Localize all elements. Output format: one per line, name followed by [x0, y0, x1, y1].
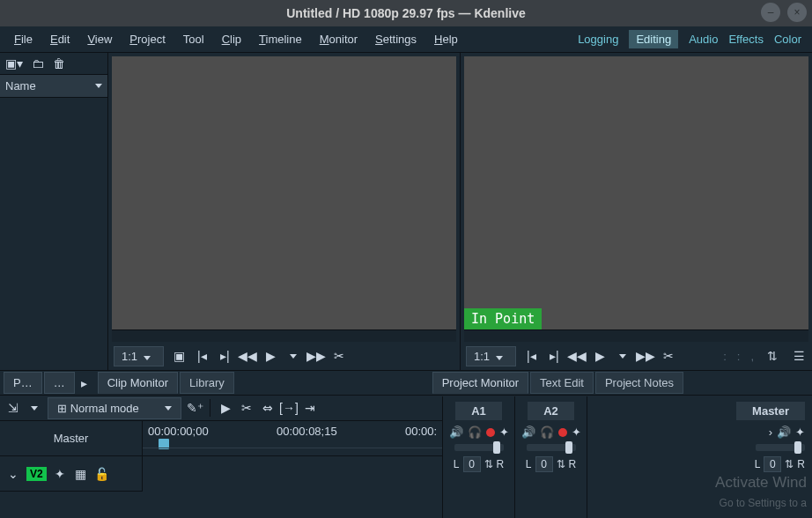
- rewind-icon[interactable]: ◀◀: [240, 348, 255, 364]
- speaker-icon[interactable]: 🔊: [521, 426, 535, 439]
- master-slider[interactable]: [756, 444, 805, 451]
- tab-p[interactable]: P…: [4, 372, 42, 394]
- a1-slider[interactable]: [454, 444, 504, 451]
- stepper-icon[interactable]: ⇅: [557, 458, 565, 470]
- menu-file[interactable]: File: [5, 29, 41, 49]
- layout-effects[interactable]: Effects: [728, 33, 764, 46]
- in-point-icon[interactable]: |◂: [523, 348, 539, 364]
- speaker-icon[interactable]: 🔊: [777, 426, 791, 439]
- tab-project-notes[interactable]: Project Notes: [595, 372, 683, 394]
- dropdown-icon[interactable]: [26, 400, 42, 416]
- record-icon[interactable]: [558, 428, 567, 437]
- edit-mode-select[interactable]: ⊞ Normal mode: [48, 397, 181, 419]
- cursor-icon[interactable]: ▶: [218, 400, 233, 416]
- project-monitor-view[interactable]: In Point: [464, 56, 808, 329]
- menu-icon[interactable]: ☰: [791, 348, 807, 364]
- project-monitor-controls: 1:1 |◂ ▸| ◀◀ ▶ ▶▶ ✂ : : , ⇅ ☰: [461, 342, 812, 370]
- rewind-icon[interactable]: ◀◀: [569, 348, 585, 364]
- bin-header[interactable]: Name: [0, 75, 107, 98]
- out-point-icon[interactable]: ▸|: [546, 348, 562, 364]
- a1-pan-input[interactable]: [463, 456, 481, 472]
- play-icon[interactable]: ▶: [262, 348, 278, 364]
- fx-icon[interactable]: ✦: [795, 426, 805, 439]
- add-clip-icon[interactable]: ▣▾: [5, 56, 23, 70]
- overwrite-icon[interactable]: ⇥: [302, 400, 318, 416]
- headphone-icon[interactable]: 🎧: [468, 426, 482, 439]
- insert-icon[interactable]: [→]: [281, 400, 297, 416]
- channel-a1-label: A1: [455, 402, 502, 420]
- track-compositing-icon[interactable]: ⇲: [5, 400, 21, 416]
- menu-edit[interactable]: Edit: [41, 29, 78, 49]
- trash-icon[interactable]: 🗑: [53, 56, 65, 70]
- layout-editing[interactable]: Editing: [629, 30, 678, 48]
- menubar: File Edit View Project Tool Clip Timelin…: [0, 26, 812, 53]
- close-button[interactable]: ×: [787, 3, 807, 22]
- timecode-0: 00:00:00;00: [148, 425, 209, 438]
- menu-timeline[interactable]: Timeline: [250, 29, 311, 49]
- track-headers: Master ⌄ V2 ✦ ▦ 🔓: [0, 421, 143, 492]
- razor-icon[interactable]: ✂: [239, 400, 255, 416]
- master-pan-input[interactable]: [764, 456, 781, 472]
- fx-icon[interactable]: ✦: [572, 426, 581, 439]
- crop-icon[interactable]: ✂: [331, 348, 347, 364]
- timecode-1: 00:00:08;15: [277, 425, 337, 438]
- in-point-icon[interactable]: |◂: [194, 348, 210, 364]
- clip-monitor-view[interactable]: [112, 56, 456, 329]
- forward-icon[interactable]: ▶▶: [638, 348, 653, 364]
- dropdown-icon[interactable]: [285, 348, 301, 364]
- layout-logging[interactable]: Logging: [578, 33, 618, 46]
- menu-monitor[interactable]: Monitor: [311, 29, 366, 49]
- record-icon[interactable]: [486, 428, 495, 437]
- stepper-icon[interactable]: ⇅: [785, 458, 794, 470]
- bin-body[interactable]: [0, 98, 107, 370]
- tab-text-edit[interactable]: Text Edit: [530, 372, 594, 394]
- folder-icon[interactable]: 🗀: [32, 56, 44, 70]
- menu-view[interactable]: View: [78, 29, 121, 49]
- speaker-icon[interactable]: 🔊: [449, 426, 463, 439]
- minimize-button[interactable]: –: [761, 3, 780, 22]
- headphone-icon[interactable]: 🎧: [540, 426, 554, 439]
- tab-next-icon[interactable]: ▸: [77, 375, 92, 391]
- channel-a1: A1 🔊 🎧 ✦ L ⇅ R: [443, 396, 515, 518]
- menu-clip[interactable]: Clip: [213, 29, 250, 49]
- hide-icon[interactable]: ▦: [73, 466, 89, 482]
- a2-slider[interactable]: [527, 444, 576, 451]
- tools-icon[interactable]: ✎⁺: [187, 400, 203, 416]
- tab-more[interactable]: …: [44, 372, 75, 394]
- stepper-icon[interactable]: ⇅: [764, 348, 780, 364]
- full-frame-icon[interactable]: ▣: [171, 348, 187, 364]
- tc-colon1: :: [723, 350, 727, 363]
- dropdown-icon[interactable]: [615, 348, 631, 364]
- spacer-icon[interactable]: ⇔: [260, 400, 276, 416]
- channel-a2-label: A2: [528, 402, 574, 420]
- layout-color[interactable]: Color: [774, 33, 801, 46]
- fx-icon[interactable]: ✦: [499, 426, 509, 439]
- layout-audio[interactable]: Audio: [689, 33, 718, 46]
- forward-icon[interactable]: ▶▶: [308, 348, 324, 364]
- master-track-header[interactable]: Master: [0, 421, 142, 456]
- tab-project-monitor[interactable]: Project Monitor: [432, 372, 528, 394]
- v2-track-header[interactable]: ⌄ V2 ✦ ▦ 🔓: [0, 456, 142, 492]
- lock-icon[interactable]: 🔓: [94, 466, 110, 482]
- a2-pan-input[interactable]: [535, 456, 553, 472]
- menu-help[interactable]: Help: [425, 29, 467, 49]
- effects-icon[interactable]: ✦: [52, 466, 68, 482]
- proj-zoom-select[interactable]: 1:1: [466, 346, 516, 366]
- out-point-icon[interactable]: ▸|: [217, 348, 233, 364]
- stepper-icon[interactable]: ⇅: [484, 458, 493, 470]
- menu-settings[interactable]: Settings: [366, 29, 425, 49]
- menu-project[interactable]: Project: [121, 29, 173, 49]
- r-label: R: [797, 458, 805, 470]
- tc-colon2: :: [737, 350, 741, 363]
- menu-tool[interactable]: Tool: [174, 29, 213, 49]
- project-monitor-ruler[interactable]: [464, 329, 808, 342]
- tc-comma: ,: [750, 350, 754, 363]
- audio-mixer: A1 🔊 🎧 ✦ L ⇅ R A2 🔊 🎧 ✦ L ⇅ R: [442, 396, 812, 518]
- crop-icon[interactable]: ✂: [661, 348, 676, 364]
- play-icon[interactable]: ▶: [592, 348, 608, 364]
- expand-icon[interactable]: ›: [769, 426, 772, 439]
- clip-monitor-ruler[interactable]: [112, 329, 456, 342]
- clip-zoom-select[interactable]: 1:1: [114, 346, 164, 366]
- chevron-down-icon[interactable]: ⌄: [5, 466, 21, 482]
- tab-clip-monitor[interactable]: Clip Monitor: [98, 372, 178, 394]
